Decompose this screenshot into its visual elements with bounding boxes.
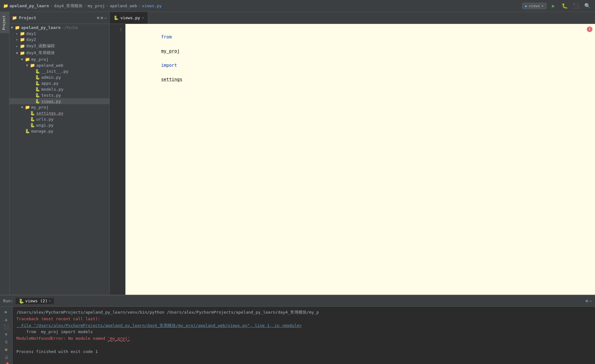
tree-label-wsgi: wsgi.py bbox=[36, 123, 54, 128]
project-panel-title: Project bbox=[19, 15, 95, 20]
python-icon-manage: 🐍 bbox=[25, 129, 30, 134]
tree-item-manage[interactable]: ▸ 🐍 manage.py bbox=[9, 128, 109, 134]
run-tab[interactable]: 🐍 views (2) ✕ bbox=[15, 298, 54, 304]
folder-icon-day2: 📁 bbox=[20, 37, 25, 42]
breadcrumb-sep: › bbox=[84, 3, 86, 8]
folder-icon: 📁 bbox=[12, 15, 17, 20]
tree-label-apelandweb: apeland_web bbox=[36, 63, 63, 68]
breadcrumb-apelandweb[interactable]: apeland_web bbox=[110, 3, 137, 8]
settings-icon[interactable]: ⚙ bbox=[101, 15, 103, 20]
code-space2 bbox=[161, 56, 164, 61]
run-minimize-icon[interactable]: — bbox=[589, 299, 592, 303]
editor-tab-views[interactable]: 🐍 views.py ✕ bbox=[110, 12, 148, 24]
tree-item-admin[interactable]: ▸ 🐍 admin.py bbox=[9, 74, 109, 80]
search-button[interactable]: 🔍 bbox=[583, 2, 592, 10]
tree-label-day3: day3_函数编程 bbox=[26, 43, 55, 49]
breadcrumb-myproj[interactable]: my_proj bbox=[88, 3, 105, 8]
code-area[interactable]: from my_proj import settings bbox=[125, 24, 595, 295]
run-output-line-5: ModuleNotFoundError: No module named 'my… bbox=[16, 335, 591, 342]
run-config-selector[interactable]: ▶ views bbox=[522, 3, 546, 9]
tree-item-apps[interactable]: ▸ 🐍 apps.py bbox=[9, 80, 109, 86]
tree-label-root: apeland_py_learn bbox=[21, 25, 61, 30]
debug-button[interactable]: 🐛 bbox=[560, 2, 569, 10]
pin-button[interactable]: 📌 bbox=[3, 362, 10, 364]
breadcrumb-project[interactable]: apeland_py_learn bbox=[9, 3, 49, 8]
breadcrumb-sep: › bbox=[138, 3, 141, 8]
print-button[interactable]: 🖨 bbox=[3, 355, 10, 360]
run-config-dropdown-icon bbox=[541, 4, 544, 8]
tree-item-apeland_web[interactable]: ▼ 📁 apeland_web bbox=[9, 62, 109, 68]
tree-item-day4[interactable]: ▼ 📁 day4_常用模块 bbox=[9, 49, 109, 56]
run-tab-label: views (2) bbox=[25, 299, 47, 303]
run-output-line-4: from my_proj import models bbox=[16, 329, 591, 335]
tree-arrow-day3: ▸ bbox=[14, 44, 20, 48]
hide-panel-icon[interactable]: — bbox=[104, 15, 107, 20]
tab-label: views.py bbox=[120, 15, 140, 20]
tree-label-myproj: my_proj bbox=[31, 57, 49, 62]
run-output-line-2: Traceback (most recent call last): bbox=[16, 316, 591, 322]
tree-item-wsgi[interactable]: ▸ 🐍 wsgi.py bbox=[9, 122, 109, 128]
tree-label-apps: apps.py bbox=[41, 81, 59, 86]
editor-area: 🐍 views.py ✕ 1 from my_proj import bbox=[110, 12, 595, 295]
run-panel: Run: 🐍 views (2) ✕ ⚙ — ▶ ▲ ⬛ ▼ ⏸ ≡ 🖨 📌 bbox=[0, 295, 595, 364]
tree-label-day1: day1 bbox=[26, 31, 36, 36]
sidebar-tab-project[interactable]: Project bbox=[0, 12, 9, 33]
run-label: Run: bbox=[3, 299, 13, 303]
tree-label-settings: settings.py bbox=[36, 111, 63, 116]
run-tab-close[interactable]: ✕ bbox=[49, 299, 51, 303]
tree-label-day4: day4_常用模块 bbox=[26, 50, 55, 56]
run-output-line-1: /Users/alex/PycharmProjects/apeland_py_l… bbox=[16, 309, 591, 316]
folder-icon-apelandweb: 📁 bbox=[30, 63, 35, 68]
keyword-from: from bbox=[161, 34, 172, 39]
tree-item-urls[interactable]: ▸ 🐍 urls.py bbox=[9, 116, 109, 122]
tree-item-day2[interactable]: ▸ 📁 day2 bbox=[9, 37, 109, 43]
add-folder-icon[interactable]: ⊕ bbox=[97, 15, 100, 20]
tree-sublabel-root: ~/Pycha bbox=[62, 26, 78, 30]
stop-button[interactable]: ⬛ bbox=[572, 2, 581, 10]
tree-item-views[interactable]: ▸ 🐍 views.py bbox=[9, 98, 109, 104]
tree-item-day1[interactable]: ▸ 📁 day1 bbox=[9, 31, 109, 37]
tab-python-icon: 🐍 bbox=[113, 15, 118, 20]
tree-item-root[interactable]: ▼ 📁 apeland_py_learn ~/Pycha bbox=[9, 25, 109, 31]
tree-item-init[interactable]: ▸ 🐍 __init__.py bbox=[9, 68, 109, 74]
run-settings-icon[interactable]: ⚙ bbox=[586, 299, 588, 303]
code-line-1: from my_proj import settings bbox=[129, 26, 591, 90]
tree-arrow-day2: ▸ bbox=[14, 38, 20, 41]
run-header-icons: ⚙ — bbox=[586, 299, 592, 303]
python-icon-settings: 🐍 bbox=[30, 111, 35, 116]
tree-arrow-myproj: ▼ bbox=[20, 58, 25, 61]
folder-icon-myproj2: 📁 bbox=[25, 105, 30, 110]
run-again-button[interactable]: ▶ bbox=[3, 309, 10, 314]
title-bar-actions: ▶ views ▶ 🐛 ⬛ 🔍 bbox=[522, 2, 592, 10]
project-header-icons: ⊕ ⚙ — bbox=[97, 15, 107, 20]
tab-close-button[interactable]: ✕ bbox=[142, 16, 144, 20]
breadcrumb-views[interactable]: views.py bbox=[142, 3, 162, 8]
breadcrumb-sep: › bbox=[50, 3, 53, 8]
tree-item-my_proj2[interactable]: ▼ 📁 my_proj bbox=[9, 104, 109, 110]
folder-icon-day4: 📁 bbox=[20, 51, 25, 55]
module-name: my_proj bbox=[161, 48, 180, 54]
scroll-up-button[interactable]: ▲ bbox=[3, 317, 10, 322]
stop-run-button[interactable]: ⬛ bbox=[3, 324, 10, 329]
pause-button[interactable]: ⏸ bbox=[3, 339, 10, 344]
folder-icon-myproj: 📁 bbox=[25, 57, 30, 62]
folder-icon-day3: 📁 bbox=[20, 44, 25, 48]
import-name: settings bbox=[161, 77, 182, 82]
tree-label-urls: urls.py bbox=[36, 117, 54, 122]
scroll-down-button[interactable]: ▼ bbox=[3, 332, 10, 337]
python-icon-tests: 🐍 bbox=[35, 93, 40, 98]
tree-label-manage: manage.py bbox=[31, 129, 53, 134]
tree-item-day3[interactable]: ▸ 📁 day3_函数编程 bbox=[9, 43, 109, 49]
tree-arrow-root: ▼ bbox=[9, 26, 14, 29]
run-output-line-3[interactable]: File "/Users/alex/PycharmProjects/apelan… bbox=[16, 322, 591, 329]
python-icon-models: 🐍 bbox=[35, 87, 40, 92]
project-panel: 📁 Project ⊕ ⚙ — ▼ 📁 apeland_py_learn ~/P… bbox=[9, 12, 110, 295]
run-output-line-7: Process finished with exit code 1 bbox=[16, 349, 591, 355]
run-button[interactable]: ▶ bbox=[549, 2, 558, 10]
tree-item-settings[interactable]: ▸ 🐍 settings.py bbox=[9, 110, 109, 116]
tree-item-my_proj[interactable]: ▼ 📁 my_proj bbox=[9, 56, 109, 62]
format-button[interactable]: ≡ bbox=[3, 347, 10, 352]
tree-item-tests[interactable]: ▸ 🐍 tests.py bbox=[9, 92, 109, 98]
breadcrumb-day4[interactable]: day4_常用模块 bbox=[54, 3, 83, 9]
tree-item-models[interactable]: ▸ 🐍 models.py bbox=[9, 86, 109, 92]
